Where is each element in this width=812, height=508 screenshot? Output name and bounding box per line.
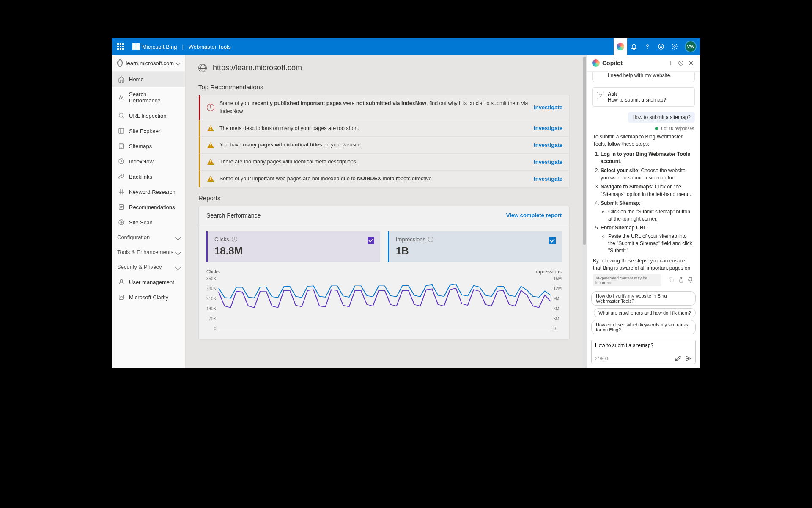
chart-tick-left: 350K [206,276,216,281]
recommendation-text: The meta descriptions on many of your pa… [219,124,529,133]
recommendation-text: Some of your important web pages are not… [219,175,529,183]
recommendation-row: The meta descriptions on many of your pa… [199,120,569,137]
new-chat-button[interactable] [667,59,675,67]
metric-impressions-checkbox[interactable] [549,237,556,244]
svg-rect-14 [670,279,673,282]
sidebar-item-home[interactable]: Home [112,72,185,87]
sidebar-section-configuration[interactable]: Configuration [112,230,185,245]
suggestion-card-help[interactable]: I need help with my website. [592,72,695,82]
sidebar-item-sitemaps[interactable]: Sitemaps [112,138,185,154]
chevron-down-icon [175,264,181,270]
warning-icon [207,124,214,132]
chevron-down-icon [175,234,181,240]
scrollbar-thumb[interactable] [583,57,586,245]
suggestion-ask-text: How to submit a sitemap? [608,97,666,103]
followup-suggestions: How do I verify my website in Bing Webma… [587,290,700,336]
sidebar-item-label: Backlinks [129,174,152,180]
help-icon [644,43,651,50]
sidebar-item-user-management[interactable]: User management [112,274,185,290]
info-icon[interactable]: i [428,237,433,242]
main-scrollbar[interactable] [582,55,587,368]
chart-tick-left: 280K [206,286,216,291]
help-button[interactable] [641,38,654,55]
investigate-link[interactable]: Investigate [534,159,562,165]
sidebar-item-backlinks[interactable]: Backlinks [112,169,185,184]
settings-button[interactable] [668,38,681,55]
copilot-text-input[interactable] [595,342,692,348]
status-dot-icon [655,127,658,130]
nav-icon [118,188,125,195]
chart-left-axis-label: Clicks [206,269,220,275]
sidebar-item-recommendations[interactable]: Recommendations [112,199,185,215]
warning-icon [207,141,214,149]
investigate-link[interactable]: Investigate [534,176,562,182]
close-copilot-button[interactable] [687,59,695,67]
suggestion-card-ask[interactable]: ? Ask How to submit a sitemap? [592,87,695,107]
sidebar-item-search-performance[interactable]: Search Performance [112,87,185,108]
sidebar-item-label: User management [129,279,174,285]
global-header: Microsoft Bing | Webmaster Tools VW [112,38,700,55]
sidebar-item-label: Microsoft Clarity [129,294,168,301]
broom-icon[interactable] [674,355,681,362]
thumbs-up-button[interactable] [678,277,684,284]
sidebar-section-label: Security & Privacy [117,264,162,270]
metric-clicks[interactable]: Clicksi 18.8M [206,231,380,262]
user-avatar[interactable]: VW [685,41,697,52]
sidebar-item-label: Sitemaps [129,143,152,149]
chart-yaxis-left: 350K280K210K140K70K0 [206,276,219,331]
send-icon[interactable] [685,355,692,362]
chart-tick-left: 140K [206,306,216,311]
sidebar-item-label: Keyword Research [129,189,176,195]
gear-icon [671,43,678,50]
site-picker[interactable]: learn.microsoft.com [112,55,185,72]
svg-point-5 [119,113,123,117]
copilot-title: Copilot [602,60,664,66]
info-icon[interactable]: i [232,237,237,242]
copilot-input-box[interactable]: 24/500 [591,340,696,364]
sidebar-item-label: Site Explorer [129,128,160,134]
smiley-icon [658,43,664,50]
followup-suggestion[interactable]: How can I see which keywords my site ran… [591,320,696,334]
metric-clicks-checkbox[interactable] [368,237,374,244]
nav-icon [118,294,125,301]
report-title: Search Performance [206,212,261,219]
investigate-link[interactable]: Investigate [534,142,562,148]
sidebar-item-site-scan[interactable]: Site Scan [112,215,185,230]
suggestion-help-text: I need help with my website. [597,72,690,78]
investigate-link[interactable]: Investigate [534,104,562,110]
nav-icon [118,173,125,180]
thumbs-down-button[interactable] [688,277,694,284]
search-performance-card: Search Performance View complete report … [198,206,570,340]
history-button[interactable] [677,59,685,67]
performance-chart: 350K280K210K140K70K0 15M12M9M6M3M0 [206,276,562,331]
thumbs-up-icon [678,277,684,283]
view-complete-report-link[interactable]: View complete report [506,212,562,218]
chevron-down-icon [176,61,181,66]
notifications-button[interactable] [627,38,641,55]
sidebar-section-security-privacy[interactable]: Security & Privacy [112,260,185,274]
sidebar-item-microsoft-clarity[interactable]: Microsoft Clarity [112,290,185,305]
chart-tick-right: 9M [554,296,562,301]
response-meta: 1 of 10 responses [587,125,700,132]
copy-button[interactable] [668,277,675,284]
followup-suggestion[interactable]: How do I verify my website in Bing Webma… [591,291,696,306]
followup-suggestion[interactable]: What are crawl errors and how do I fix t… [594,308,696,318]
nav-icon [118,143,125,149]
sidebar-item-indexnow[interactable]: IndexNow [112,154,185,169]
feedback-button[interactable] [654,38,668,55]
app-launcher-button[interactable] [112,38,129,55]
sidebar-item-label: URL Inspection [129,113,166,119]
bell-icon [631,43,637,50]
sidebar-section-tools-enhancements[interactable]: Tools & Enhancements [112,245,185,260]
nav-icon [118,219,125,226]
sidebar-item-url-inspection[interactable]: URL Inspection [112,108,185,123]
sidebar-item-keyword-research[interactable]: Keyword Research [112,184,185,199]
sidebar-item-site-explorer[interactable]: Site Explorer [112,123,185,138]
copilot-header-button[interactable] [614,38,627,55]
sidebar-section-label: Configuration [117,234,150,240]
investigate-link[interactable]: Investigate [534,125,562,131]
metric-impressions[interactable]: Impressionsi 1B [388,231,562,262]
chart-tick-right: 0 [554,326,562,331]
chart-tick-left: 210K [206,296,216,301]
chart-tick-left: 0 [206,326,216,331]
